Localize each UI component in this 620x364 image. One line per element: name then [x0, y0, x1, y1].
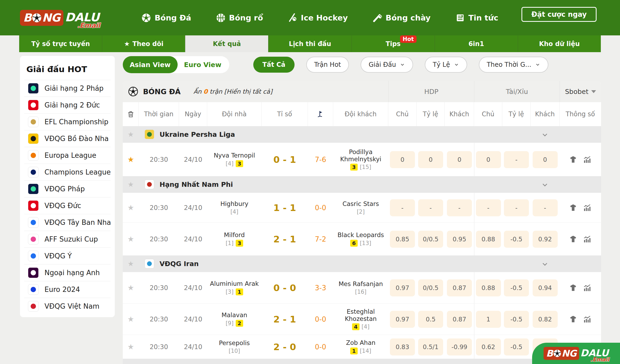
tab-6in1[interactable]: 6in1 — [435, 35, 518, 52]
favorite-star-icon[interactable]: ★ — [123, 130, 139, 138]
home-team[interactable]: Highbury [4] — [207, 193, 262, 222]
full-time-score[interactable]: 2 - 1 — [262, 304, 308, 335]
ou-line[interactable]: -0.5 — [504, 231, 529, 248]
ou-line[interactable]: - — [504, 199, 529, 216]
sidebar-item-league[interactable]: VĐQG Ý — [24, 247, 111, 264]
sidebar-item-league[interactable]: VĐQG Đức — [24, 197, 111, 214]
stats-chart-icon[interactable] — [583, 315, 592, 324]
league-section-header[interactable]: ★ Ukraine Persha Liga — [123, 126, 601, 143]
tab-data-warehouse[interactable]: Kho dữ liệu — [518, 35, 601, 52]
chevron-down-icon[interactable] — [541, 131, 549, 139]
ou-under-odds[interactable]: - — [533, 199, 558, 216]
away-team[interactable]: Esteghlal Khozestan 4[4] — [333, 304, 388, 335]
sidebar-item-league[interactable]: Champions League — [24, 164, 111, 180]
home-team[interactable]: Malavan [9]2 — [207, 304, 262, 335]
hdp-line[interactable]: 0.5 — [418, 311, 443, 328]
filter-all-button[interactable]: Tất Cả — [253, 57, 294, 73]
favorite-star-icon[interactable]: ★ — [123, 180, 139, 188]
league-section-header[interactable]: ★ VĐQG Iran — [123, 255, 601, 272]
site-logo[interactable]: B NG DALU .Email — [20, 10, 99, 26]
nav-item-baseball[interactable]: Bóng chày — [373, 13, 431, 22]
ou-over-odds[interactable]: 0 — [476, 151, 501, 168]
hdp-away-odds[interactable]: -0.99 — [447, 338, 472, 355]
jersey-icon[interactable] — [569, 235, 577, 243]
tab-fixtures[interactable]: Lịch thi đấu — [268, 35, 351, 52]
sidebar-item-league[interactable]: AFF Suzuki Cup — [24, 231, 111, 247]
ou-under-odds[interactable]: 0 — [533, 151, 558, 168]
home-team[interactable]: Persepolis [10] — [207, 335, 262, 359]
hdp-home-odds[interactable]: 0.85 — [390, 231, 415, 248]
away-team[interactable]: Casric Stars [2] — [333, 193, 388, 222]
league-section-header[interactable]: ★ Hạng Nhất Nam Phi — [123, 176, 601, 193]
favorite-star-icon[interactable]: ★ — [123, 272, 139, 303]
ou-over-odds[interactable]: 0.88 — [476, 231, 501, 248]
sidebar-item-league[interactable]: Giải hạng 2 Đức — [24, 97, 111, 113]
hdp-home-odds[interactable]: 0.97 — [390, 311, 415, 328]
full-time-score[interactable]: 1 - 1 — [262, 193, 308, 222]
favorite-star-icon[interactable]: ★ — [123, 260, 139, 268]
favorite-star-icon[interactable]: ★ — [123, 143, 139, 176]
ou-over-odds[interactable]: 0.88 — [476, 279, 501, 296]
stats-chart-icon[interactable] — [583, 204, 592, 212]
chevron-down-icon[interactable] — [541, 260, 549, 268]
hdp-line[interactable]: 0/0.5 — [418, 279, 443, 296]
tab-results[interactable]: Kết quả — [185, 35, 268, 52]
ou-over-odds[interactable]: 0.62 — [476, 338, 501, 355]
jersey-icon[interactable] — [569, 315, 577, 323]
ou-over-odds[interactable]: 1 — [476, 311, 501, 328]
delete-all-button[interactable] — [123, 102, 139, 126]
home-team[interactable]: Aluminium Arak [3]1 — [207, 272, 262, 303]
hdp-away-odds[interactable]: 0.87 — [447, 311, 472, 328]
away-team[interactable]: Black Leopards 6[13] — [333, 223, 388, 255]
ou-line[interactable]: - — [504, 151, 529, 168]
ou-line[interactable]: -0.5 — [504, 311, 529, 328]
home-team[interactable]: Nyva Ternopil [4]3 — [207, 143, 262, 176]
hdp-line[interactable]: 0.5/1 — [418, 338, 443, 355]
ou-line[interactable]: -0.5 — [504, 279, 529, 296]
ou-under-odds[interactable]: 0.94 — [533, 279, 558, 296]
bet-now-button[interactable]: Đặt cược ngay — [521, 7, 597, 22]
league-dropdown[interactable]: Giải Đấu — [361, 57, 413, 73]
hdp-line[interactable]: 0/0.5 — [418, 231, 443, 248]
stats-chart-icon[interactable] — [583, 284, 592, 292]
tab-tips[interactable]: TipsHot — [352, 35, 435, 52]
ou-over-odds[interactable]: - — [476, 199, 501, 216]
favorite-star-icon[interactable]: ★ — [123, 193, 139, 222]
ou-under-odds[interactable]: 0.82 — [533, 311, 558, 328]
sidebar-item-league[interactable]: EFL Championship — [24, 113, 111, 130]
favorite-star-icon[interactable]: ★ — [123, 304, 139, 335]
hdp-away-odds[interactable]: 0.95 — [447, 231, 472, 248]
chevron-down-icon[interactable] — [541, 181, 549, 189]
sidebar-item-league[interactable]: VĐQG Bồ Đào Nha — [24, 130, 111, 147]
hdp-line[interactable]: - — [418, 199, 443, 216]
tab-live-score[interactable]: Tỷ số trực tuyến — [19, 35, 102, 52]
sidebar-item-league[interactable]: VĐQG Tây Ban Nha — [24, 214, 111, 231]
stats-chart-icon[interactable] — [583, 155, 592, 164]
away-team[interactable]: Mes Rafsanjan [16] — [333, 272, 388, 303]
bookmaker-dropdown[interactable]: Sbobet — [560, 81, 601, 102]
nav-item-football[interactable]: Bóng Đá — [142, 13, 191, 22]
time-sort-dropdown[interactable]: Theo Thời G... — [479, 57, 548, 73]
jersey-icon[interactable] — [569, 156, 577, 164]
asian-view-toggle[interactable]: Asian View — [123, 56, 178, 73]
sidebar-item-league[interactable]: Ngoại hạng Anh — [24, 264, 111, 281]
sidebar-item-league[interactable]: Giải hạng 2 Pháp — [24, 80, 111, 97]
full-time-score[interactable]: 2 - 1 — [262, 223, 308, 255]
nav-item-basketball[interactable]: Bóng rổ — [216, 13, 263, 22]
ou-line[interactable]: -0.5 — [504, 338, 529, 355]
tab-follow[interactable]: ★Theo dõi — [102, 35, 185, 52]
full-time-score[interactable]: 0 - 0 — [262, 272, 308, 303]
sidebar-item-league[interactable]: VĐQG Việt Nam — [24, 298, 111, 315]
hdp-line[interactable]: 0 — [418, 151, 443, 168]
full-time-score[interactable]: 0 - 1 — [262, 143, 308, 176]
hdp-away-odds[interactable]: 0.87 — [447, 279, 472, 296]
hdp-home-odds[interactable]: 0.83 — [390, 338, 415, 355]
nav-item-news[interactable]: Tin tức — [456, 13, 498, 22]
hdp-away-odds[interactable]: - — [447, 199, 472, 216]
full-time-score[interactable]: 2 - 0 — [262, 335, 308, 359]
ou-under-odds[interactable]: 0.92 — [533, 231, 558, 248]
filter-hot-button[interactable]: Trận Hot — [306, 57, 349, 73]
favorite-star-icon[interactable]: ★ — [123, 335, 139, 359]
hdp-home-odds[interactable]: 0.97 — [390, 279, 415, 296]
hdp-home-odds[interactable]: - — [390, 199, 415, 216]
